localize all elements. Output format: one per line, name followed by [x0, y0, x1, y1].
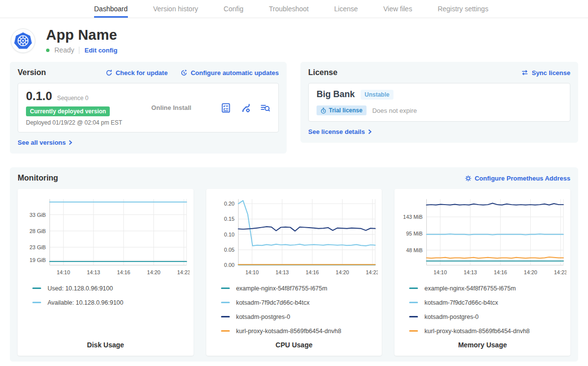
svg-text:14:10: 14:10	[57, 269, 70, 275]
legend-item: example-nginx-54f8f76755-l675m	[409, 281, 566, 295]
deployed-badge: Currently deployed version	[26, 106, 110, 116]
license-card: License Sync license Big Bank Unstable	[300, 62, 578, 143]
version-sequence: Sequence 0	[57, 95, 88, 102]
svg-text:14:10: 14:10	[434, 269, 447, 275]
legend-item: kotsadm-postgres-0	[409, 310, 566, 324]
legend-swatch	[409, 316, 418, 317]
cpu-usage-chart-card: 14:1014:1314:1614:2014:230.200.150.100.0…	[206, 189, 382, 356]
memory-usage-legend: example-nginx-54f8f76755-l675mkotsadm-7f…	[409, 281, 566, 338]
svg-text:14:13: 14:13	[87, 269, 100, 275]
legend-label: kotsadm-postgres-0	[424, 314, 478, 320]
sync-license-link[interactable]: Sync license	[521, 69, 570, 77]
tab-registry-settings[interactable]: Registry settings	[438, 0, 488, 18]
configure-prometheus-link[interactable]: Configure Prometheus Address	[465, 175, 570, 182]
legend-item: Available: 10.128.0.96:9100	[32, 295, 190, 310]
license-panel: Big Bank Unstable Trial license Does not…	[308, 83, 570, 122]
svg-text:48 MiB: 48 MiB	[406, 247, 423, 253]
app-header: App Name Ready Edit config	[11, 27, 578, 54]
legend-swatch	[32, 288, 41, 289]
svg-text:14:10: 14:10	[245, 269, 258, 275]
memory-usage-chart-card: 14:1014:1314:1614:2014:23143 MiB95 MiB48…	[394, 189, 570, 356]
svg-text:14:13: 14:13	[275, 269, 289, 275]
legend-item: kotsadm-7f9dc7d66c-b4tcx	[409, 295, 566, 310]
memory-usage-chart: 14:1014:1314:1614:2014:23143 MiB95 MiB48…	[398, 194, 566, 278]
sync-arrows-icon	[521, 69, 529, 76]
legend-item: kotsadm-7f9dc7d66c-b4tcx	[221, 295, 378, 310]
legend-label: Available: 10.128.0.96:9100	[48, 299, 123, 306]
clock-refresh-icon	[180, 69, 188, 77]
tab-dashboard[interactable]: Dashboard	[94, 0, 128, 18]
trial-license-badge: Trial license	[317, 105, 367, 115]
legend-item: kotsadm-postgres-0	[221, 310, 378, 324]
legend-item: Used: 10.128.0.96:9100	[32, 281, 190, 295]
svg-text:14:23: 14:23	[366, 269, 378, 275]
legend-label: example-nginx-54f8f76755-l675m	[424, 285, 515, 292]
svg-text:14:16: 14:16	[305, 269, 318, 275]
disk-usage-chart: 14:1014:1314:1614:2014:2333 GiB28 GiB23 …	[22, 194, 190, 278]
see-license-details-link[interactable]: See license details	[308, 128, 372, 135]
version-card-title: Version	[18, 68, 46, 77]
preflight-checks-button[interactable]	[220, 103, 231, 113]
cpu-usage-chart: 14:1014:1314:1614:2014:230.200.150.100.0…	[210, 194, 378, 278]
legend-swatch	[32, 302, 41, 303]
legend-label: kurl-proxy-kotsadm-8569fb6454-dnvh8	[424, 328, 530, 335]
svg-text:95 MiB: 95 MiB	[406, 231, 423, 236]
monitoring-title: Monitoring	[18, 174, 58, 183]
stopwatch-icon	[320, 107, 326, 114]
svg-text:14:13: 14:13	[464, 269, 477, 275]
version-card: Version Check for update	[10, 62, 287, 154]
legend-swatch	[409, 330, 418, 332]
configure-automatic-updates-link[interactable]: Configure automatic updates	[180, 69, 279, 77]
disk-usage-chart-title: Disk Usage	[22, 341, 190, 350]
kubernetes-icon	[13, 31, 33, 51]
edit-config-button[interactable]	[240, 103, 251, 113]
legend-label: kotsadm-7f9dc7d66c-b4tcx	[424, 299, 498, 306]
deployed-timestamp: Deployed 01/19/22 @ 02:04 pm EST	[26, 119, 122, 126]
svg-text:143 MiB: 143 MiB	[403, 214, 423, 220]
top-navigation: Dashboard Version history Config Trouble…	[0, 0, 588, 18]
svg-text:28 GiB: 28 GiB	[29, 228, 46, 234]
cpu-usage-chart-title: CPU Usage	[210, 341, 378, 350]
chevron-right-icon	[69, 140, 73, 145]
check-for-update-link[interactable]: Check for update	[105, 69, 168, 77]
legend-swatch	[409, 302, 418, 303]
legend-item: kurl-proxy-kotsadm-8569fb6454-dnvh8	[221, 324, 378, 338]
app-logo	[11, 28, 35, 53]
cpu-usage-legend: example-nginx-54f8f76755-l675mkotsadm-7f…	[221, 281, 378, 338]
version-number: 0.1.0	[26, 89, 52, 103]
legend-swatch	[221, 288, 230, 289]
divider	[79, 47, 79, 54]
disk-usage-legend: Used: 10.128.0.96:9100Available: 10.128.…	[32, 281, 190, 310]
log-search-icon	[260, 103, 270, 113]
customer-name: Big Bank	[317, 89, 355, 100]
svg-text:14:20: 14:20	[147, 269, 160, 275]
svg-text:33 GiB: 33 GiB	[29, 212, 46, 218]
legend-label: kotsadm-postgres-0	[236, 314, 290, 320]
tab-view-files[interactable]: View files	[383, 0, 412, 18]
svg-text:19 GiB: 19 GiB	[29, 257, 46, 263]
page-title: App Name	[46, 27, 118, 43]
svg-text:0.15: 0.15	[224, 216, 234, 222]
memory-usage-chart-title: Memory Usage	[398, 341, 566, 350]
current-version-panel: 0.1.0 Sequence 0 Currently deployed vers…	[18, 83, 279, 132]
monitoring-card: Monitoring Configure Prometheu	[10, 167, 578, 362]
install-type-label: Online Install	[151, 104, 192, 111]
checklist-icon	[220, 103, 231, 113]
legend-swatch	[221, 316, 230, 317]
see-all-versions-link[interactable]: See all versions	[18, 139, 73, 146]
legend-swatch	[409, 288, 418, 289]
tab-version-history[interactable]: Version history	[153, 0, 198, 18]
svg-text:14:16: 14:16	[494, 269, 507, 275]
status-dot	[46, 49, 49, 52]
tab-license[interactable]: License	[334, 0, 358, 18]
disk-usage-chart-card: 14:1014:1314:1614:2014:2333 GiB28 GiB23 …	[18, 189, 194, 356]
svg-text:14:23: 14:23	[554, 269, 566, 275]
legend-item: kurl-proxy-kotsadm-8569fb6454-dnvh8	[409, 324, 566, 338]
legend-item: example-nginx-54f8f76755-l675m	[221, 281, 378, 295]
edit-config-link[interactable]: Edit config	[84, 47, 117, 54]
tab-troubleshoot[interactable]: Troubleshoot	[269, 0, 309, 18]
svg-text:0.05: 0.05	[224, 247, 234, 253]
deploy-logs-button[interactable]	[260, 103, 270, 113]
svg-text:0.00: 0.00	[224, 262, 234, 268]
tab-config[interactable]: Config	[223, 0, 243, 18]
